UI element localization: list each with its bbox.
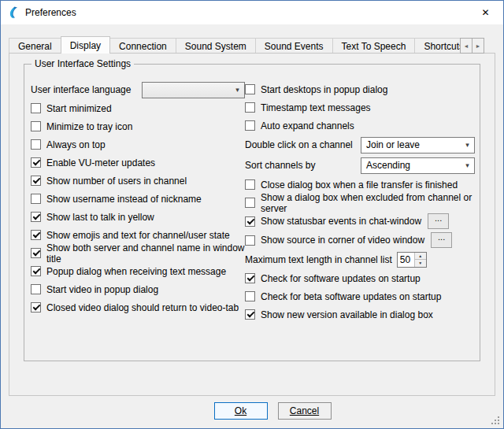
checkbox-minimize-to-tray[interactable]: Minimize to tray icon [31,121,132,132]
ellipsis-icon: ... [435,214,442,223]
checkbox-video-source-corner[interactable]: Show source in corner of video window [245,235,424,246]
spinner-down-icon[interactable]: ▼ [415,260,426,267]
checkbox-label: Enable VU-meter updates [46,157,155,168]
checkbox-box [245,120,255,131]
sort-channels-combobox[interactable]: Ascending ▾ [361,157,475,174]
checkbox-label: Check for beta software updates on start… [261,291,441,302]
chevron-down-icon: ▾ [231,86,244,94]
cancel-button[interactable]: Cancel [278,402,332,420]
checkbox-label: Close dialog box when a file transfer is… [261,179,458,190]
statusbar-events-row: Show statusbar events in chat-window ... [245,212,475,231]
user-interface-settings-group: User Interface Settings User interface l… [24,64,480,361]
statusbar-events-more-button[interactable]: ... [428,213,449,229]
checkbox-box [31,230,41,240]
title-bar: Preferences ✕ [1,1,503,24]
checkbox-label: Show both server and channel name in win… [46,242,245,264]
language-combobox[interactable]: ▾ [142,82,245,98]
tab-sound-events[interactable]: Sound Events [255,38,333,54]
tab-text-to-speech[interactable]: Text To Speech [332,38,416,54]
double-click-combobox[interactable]: Join or leave ▾ [361,137,475,153]
cancel-button-label: Cancel [290,405,319,416]
tab-label: General [18,41,52,52]
checkbox-box [31,139,41,150]
tab-label: Connection [119,41,167,52]
checkbox-statusbar-events[interactable]: Show statusbar events in chat-window [245,216,421,227]
tab-general[interactable]: General [9,38,61,54]
checkbox-label: Show number of users in channel [46,176,187,187]
checkbox-label: Minimize to tray icon [46,121,132,132]
checkbox-box [245,291,255,301]
checkbox-label: Start video in popup dialog [46,284,158,295]
checkbox-box [31,212,41,222]
checkbox-label: Always on top [46,139,106,150]
max-text-length-row: Maximum text length in channel list 50 ▲… [245,250,475,269]
tab-sound-system[interactable]: Sound System [176,38,256,54]
checkbox-box [31,157,41,168]
checkbox-label: Show statusbar events in chat-window [261,216,421,227]
tab-scroll-left-icon[interactable]: ◄ [460,38,472,54]
checkbox-label: Show a dialog box when excluded from cha… [261,192,475,214]
window-title: Preferences [25,7,76,18]
double-click-label: Double click on a channel [245,139,353,150]
checkbox-box [245,102,255,113]
checkbox-desktops-popup-dialog[interactable]: Start desktops in popup dialog [245,84,387,95]
checkbox-label: Show emojis and text for channel/user st… [46,230,230,241]
checkbox-last-to-talk-yellow[interactable]: Show last to talk in yellow [31,212,154,223]
checkbox-start-minimized[interactable]: Start minimized [31,103,112,114]
checkbox-closed-video-return-tab[interactable]: Closed video dialog should return to vid… [31,302,239,313]
checkbox-new-version-dialog[interactable]: Show new version available in dialog box [245,309,433,320]
preferences-dialog: { "window": { "title": "Preferences", "c… [0,0,504,429]
tab-scroll-buttons: ◄ ► [461,38,484,54]
checkbox-box [31,266,41,276]
tab-bar: General Display Connection Sound System … [9,36,495,54]
ok-button[interactable]: Ok [214,402,268,420]
checkbox-close-on-transfer-finish[interactable]: Close dialog box when a file transfer is… [245,179,458,190]
group-title: User Interface Settings [32,58,134,69]
checkbox-vu-meter-updates[interactable]: Enable VU-meter updates [31,157,155,168]
close-icon: ✕ [481,7,489,18]
checkbox-show-user-count[interactable]: Show number of users in channel [31,176,187,187]
tab-label: Display [70,40,101,51]
checkbox-box [245,198,255,208]
checkbox-popup-on-text-message[interactable]: Popup dialog when receiving text message [31,266,226,277]
checkbox-check-beta-updates[interactable]: Check for beta software updates on start… [245,291,441,302]
checkbox-dialog-when-excluded[interactable]: Show a dialog box when excluded from cha… [245,192,475,214]
combobox-value: Ascending [366,160,410,171]
resize-grip[interactable] [491,416,501,426]
right-column: Start desktops in popup dialog Timestamp… [245,80,475,324]
tab-connection[interactable]: Connection [109,38,176,54]
checkbox-box [31,302,41,313]
language-row: User interface language ▾ [31,80,245,99]
checkbox-label: Popup dialog when receiving text message [46,266,226,277]
max-text-length-spinner[interactable]: 50 ▲ ▼ [397,252,427,268]
checkbox-box [245,216,255,227]
sort-channels-row: Sort channels by Ascending ▾ [245,155,475,176]
spinner-up-icon[interactable]: ▲ [415,253,426,261]
checkbox-auto-expand-channels[interactable]: Auto expand channels [245,120,354,131]
checkbox-label: Check for software updates on startup [261,273,421,284]
checkbox-label: Timestamp text messages [261,102,371,113]
checkbox-label: Show new version available in dialog box [261,309,433,320]
checkbox-always-on-top[interactable]: Always on top [31,139,106,150]
video-source-more-button[interactable]: ... [431,232,452,248]
checkbox-emojis-and-text[interactable]: Show emojis and text for channel/user st… [31,230,230,241]
checkbox-video-popup-dialog[interactable]: Start video in popup dialog [31,284,158,295]
checkbox-label: Start desktops in popup dialog [261,84,387,95]
checkbox-timestamp-messages[interactable]: Timestamp text messages [245,102,371,113]
language-label: User interface language [31,84,131,95]
ellipsis-icon: ... [438,233,445,242]
tab-scroll-right-icon[interactable]: ► [472,38,484,54]
tab-display[interactable]: Display [61,36,110,54]
checkbox-server-channel-in-title[interactable]: Show both server and channel name in win… [31,242,245,264]
checkbox-check-updates-startup[interactable]: Check for software updates on startup [245,273,421,284]
checkbox-box [245,84,255,94]
checkbox-box [245,309,255,320]
checkbox-box [245,179,255,190]
close-button[interactable]: ✕ [468,1,503,24]
checkbox-username-instead-nickname[interactable]: Show username instead of nickname [31,194,202,205]
ok-button-label: Ok [235,405,246,416]
checkbox-label: Auto expand channels [261,120,354,131]
chevron-down-icon: ▾ [461,161,474,169]
combobox-value: Join or leave [366,139,420,150]
tab-label: Shortcuts [424,41,464,52]
